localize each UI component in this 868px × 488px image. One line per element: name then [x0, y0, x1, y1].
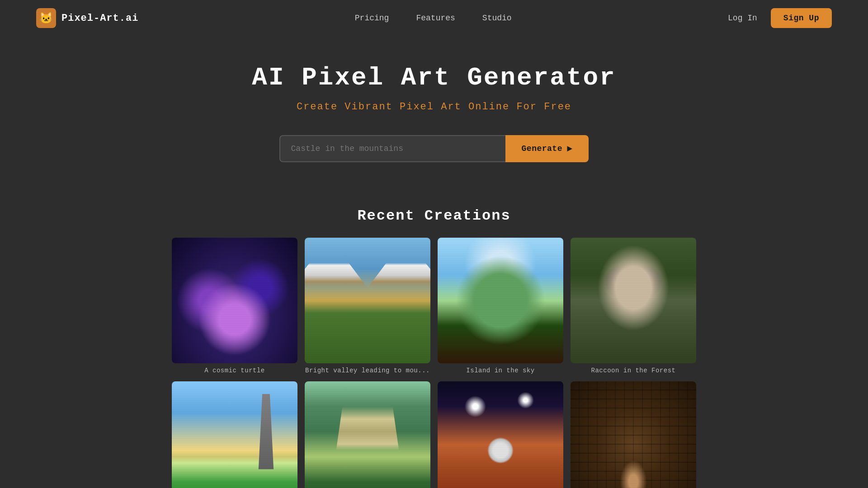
search-input[interactable]	[279, 135, 505, 162]
gallery-row-1: A cosmic turtle Bright valley leading to…	[172, 238, 696, 374]
gallery-item-island-sky[interactable]: Island in the sky	[438, 238, 563, 374]
gallery-image-island-sky	[438, 238, 563, 363]
gallery-image-tropical	[172, 381, 297, 488]
generate-label: Generate	[522, 144, 562, 153]
signup-button[interactable]: Sign Up	[771, 8, 832, 28]
navbar: 🐱 Pixel-Art.ai Pricing Features Studio L…	[0, 0, 868, 36]
gallery-image-temple	[305, 381, 430, 488]
hero-section: AI Pixel Art Generator Create Vibrant Pi…	[0, 36, 868, 207]
gallery-label-valley: Bright valley leading to mou...	[305, 367, 430, 374]
gallery-image-dungeon	[571, 381, 696, 488]
hero-title: AI Pixel Art Generator	[9, 63, 859, 92]
gallery-label-raccoon: Raccoon in the Forest	[571, 367, 696, 374]
nav-right: Log In Sign Up	[728, 8, 832, 28]
gallery-label-island-sky: Island in the sky	[438, 367, 563, 374]
nav-features[interactable]: Features	[416, 14, 455, 23]
arrow-icon: ►	[567, 144, 573, 154]
gallery-image-cosmic-turtle	[172, 238, 297, 363]
gallery-item-raccoon[interactable]: Raccoon in the Forest	[571, 238, 696, 374]
gallery-row-2: A tropical island A temple in the jungle…	[172, 381, 696, 488]
generate-button[interactable]: Generate ►	[505, 135, 589, 162]
recent-creations-title: Recent Creations	[172, 207, 696, 224]
gallery-image-raccoon	[571, 238, 696, 363]
gallery-item-tropical[interactable]: A tropical island	[172, 381, 297, 488]
gallery-item-temple[interactable]: A temple in the jungle	[305, 381, 430, 488]
recent-creations-section: Recent Creations A cosmic turtle Bright …	[0, 207, 868, 488]
gallery-item-cosmic-turtle[interactable]: A cosmic turtle	[172, 238, 297, 374]
gallery-image-astronaut	[438, 381, 563, 488]
logo-text: Pixel-Art.ai	[61, 13, 138, 24]
logo-icon: 🐱	[36, 8, 56, 28]
nav-studio[interactable]: Studio	[482, 14, 512, 23]
nav-links: Pricing Features Studio	[355, 14, 512, 23]
gallery-image-valley	[305, 238, 430, 363]
gallery-item-dungeon[interactable]: The dungeon of Dracula's C...	[571, 381, 696, 488]
search-container: Generate ►	[9, 135, 859, 162]
gallery-item-astronaut[interactable]: An astronaut on an alien pl...	[438, 381, 563, 488]
nav-pricing[interactable]: Pricing	[355, 14, 389, 23]
logo[interactable]: 🐱 Pixel-Art.ai	[36, 8, 138, 28]
login-link[interactable]: Log In	[728, 14, 757, 23]
gallery-label-cosmic-turtle: A cosmic turtle	[172, 367, 297, 374]
gallery-item-valley[interactable]: Bright valley leading to mou...	[305, 238, 430, 374]
hero-subtitle: Create Vibrant Pixel Art Online For Free	[9, 101, 859, 113]
